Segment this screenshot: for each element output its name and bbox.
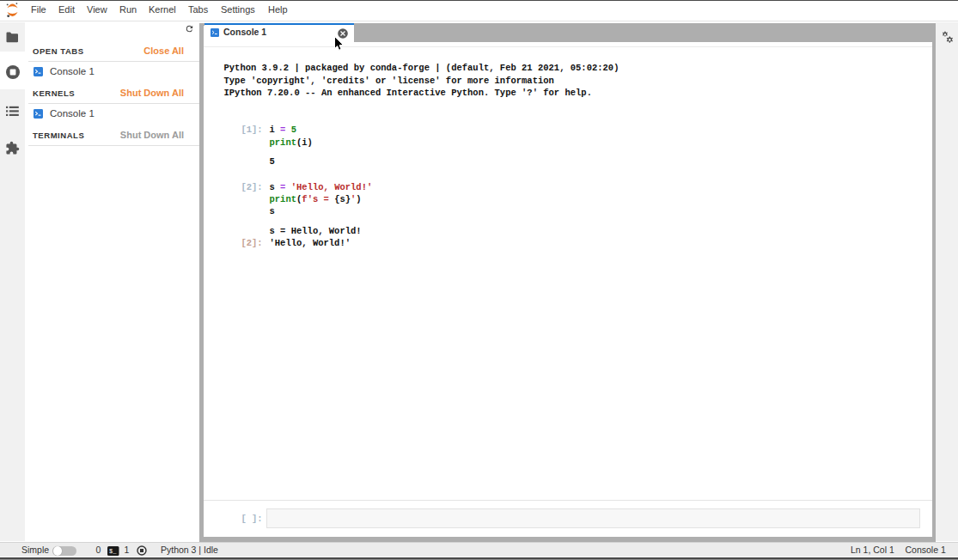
svg-text:$_: $_ bbox=[109, 548, 117, 555]
